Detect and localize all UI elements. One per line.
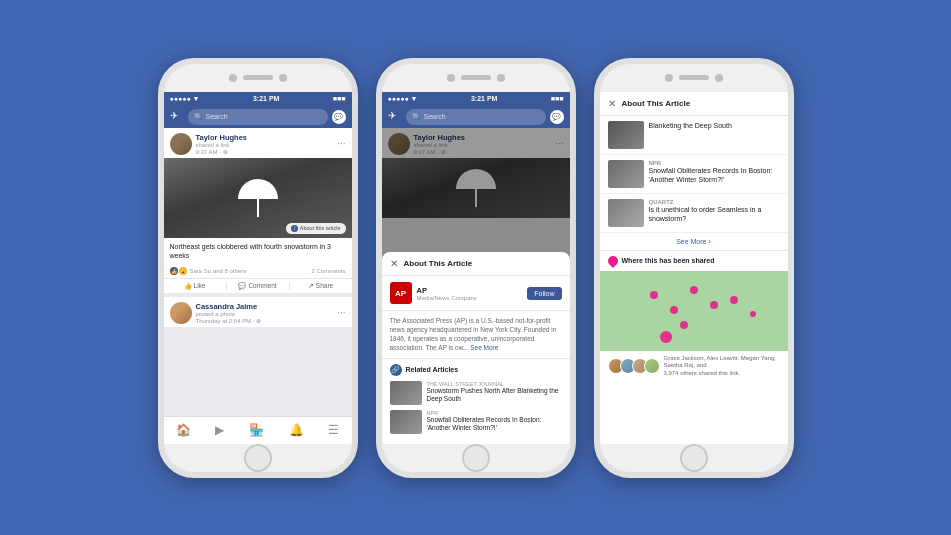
umbrella-top-left	[238, 179, 278, 199]
see-more-label-right: See More	[676, 238, 706, 245]
article-thumb-1-right	[608, 121, 644, 149]
pub-name-middle: AP	[417, 286, 523, 295]
article-thumb-3-right	[608, 199, 644, 227]
where-shared-label-right: Where this has been shared	[622, 257, 715, 264]
messenger-icon-middle[interactable]: 💬	[550, 110, 564, 124]
related-title-middle: 🔗 Related Articles	[390, 364, 562, 376]
modal-see-more-middle[interactable]: See More	[470, 344, 498, 351]
phone-right: ✕ About This Article Blanketing the Deep…	[594, 58, 794, 478]
home-button-right[interactable]	[680, 444, 708, 472]
search-icon-middle: 🔍	[412, 113, 421, 121]
umbrella-left	[238, 179, 278, 217]
map-dot-3	[690, 286, 698, 294]
phone-bottom-middle	[382, 444, 570, 472]
speaker-mid	[461, 75, 491, 80]
battery-left: ■■■	[333, 95, 346, 102]
search-placeholder-middle: Search	[424, 113, 446, 120]
modal-desc-middle: The Associated Press (AP) is a U.S.-base…	[382, 311, 570, 358]
camera-left	[229, 74, 237, 82]
article-item-2-right[interactable]: NPR Snowfall Obliterates Records In Bost…	[600, 155, 788, 194]
related-meta-1-middle: THE WALL STREET JOURNAL Snowstorm Pushes…	[427, 381, 562, 404]
article-list-right: Blanketing the Deep South NPR Snowfall O…	[600, 116, 788, 444]
article-info-2-right: NPR Snowfall Obliterates Records In Bost…	[649, 160, 780, 184]
about-panel-right: ✕ About This Article Blanketing the Deep…	[600, 92, 788, 444]
where-shared-right: Where this has been shared	[600, 251, 788, 271]
article-item-3-right[interactable]: QUARTZ Is it unethical to order Seamless…	[600, 194, 788, 233]
modal-close-middle[interactable]: ✕	[390, 258, 398, 269]
shared-count: 3,974 others shared this link.	[664, 370, 741, 376]
carrier-middle: ●●●●● ▼	[388, 95, 418, 102]
avatar-taylor-left	[170, 133, 192, 155]
share-btn-left[interactable]: ↗ Share	[290, 282, 352, 290]
home-button-left[interactable]	[244, 444, 272, 472]
time-middle: 3:21 PM	[471, 95, 497, 102]
article-info-3-right: QUARTZ Is it unethical to order Seamless…	[649, 199, 780, 223]
status-bar-middle: ●●●●● ▼ 3:21 PM ■■■	[382, 92, 570, 106]
fb-search-left[interactable]: 🔍 Search	[188, 109, 328, 125]
battery-middle: ■■■	[551, 95, 564, 102]
follow-btn-middle[interactable]: Follow	[527, 287, 561, 300]
post-card-left: Taylor Hughes shared a link 9:37 AM · ⊕ …	[164, 128, 352, 293]
shared-avatars-right	[608, 358, 660, 374]
see-more-row-right[interactable]: See More ›	[600, 233, 788, 251]
nav-menu-icon-left[interactable]: ☰	[328, 423, 339, 437]
map-dot-1	[650, 291, 658, 299]
nav-video-icon-left[interactable]: ▶	[215, 423, 224, 437]
article-item-1-right[interactable]: Blanketing the Deep South	[600, 116, 788, 155]
phone-top-middle	[382, 64, 570, 92]
phone-bottom-right	[600, 444, 788, 472]
comment-icon-left: 💬	[238, 282, 246, 290]
fb-search-middle[interactable]: 🔍 Search	[406, 109, 546, 125]
nav-bell-icon-left[interactable]: 🔔	[289, 423, 304, 437]
about-article-badge-left[interactable]: i About this article	[286, 223, 346, 234]
like-btn-left[interactable]: 👍 Like	[164, 282, 226, 290]
about-badge-label-left: About this article	[300, 225, 341, 231]
post-dots-left[interactable]: ···	[337, 139, 345, 149]
home-button-middle[interactable]	[462, 444, 490, 472]
fb-navbar-left: ✈ 🔍 Search 💬	[164, 106, 352, 128]
bottom-nav-left: 🏠 ▶ 🏪 🔔 ☰	[164, 416, 352, 444]
post-meta-left: Taylor Hughes shared a link 9:37 AM · ⊕	[196, 133, 334, 155]
post-image-left: i About this article	[164, 158, 352, 238]
modal-header-middle: ✕ About This Article	[382, 252, 570, 276]
phones-container: ●●●●● ▼ 3:21 PM ■■■ ✈ 🔍 Search 💬 Taylor …	[138, 38, 814, 498]
comment-btn-left[interactable]: 💬 Comment	[227, 282, 289, 290]
shared-by-right: Grace Jackson, Alex Leavitt, Megan Yang,…	[600, 351, 788, 382]
phone-left: ●●●●● ▼ 3:21 PM ■■■ ✈ 🔍 Search 💬 Taylor …	[158, 58, 358, 478]
modal-related-middle: 🔗 Related Articles THE WALL STREET JOURN…	[382, 359, 570, 444]
related-title-text-middle: Related Articles	[406, 366, 459, 373]
article-headline-3-right: Is it unethical to order Seamless in a s…	[649, 205, 780, 223]
feed-middle: Taylor Hughes shared a link 9:37 AM · ⊕ …	[382, 128, 570, 444]
shared-avatar-4	[644, 358, 660, 374]
share-icon-left: ↗	[308, 282, 314, 290]
map-dot-7	[660, 331, 672, 343]
post-dots2-left[interactable]: ···	[337, 308, 345, 318]
related-headline-1-middle: Snowstorm Pushes North After Blanketing …	[427, 387, 562, 404]
carrier-left: ●●●●● ▼	[170, 95, 200, 102]
post-text-left: Northeast gets clobbered with fourth sno…	[164, 238, 352, 264]
like-icon-left: 👍	[184, 282, 192, 290]
related-thumb-2-middle	[390, 410, 422, 434]
search-icon-left: 🔍	[194, 113, 203, 121]
related-item-2-middle[interactable]: NPR Snowfall Obliterates Records In Bost…	[390, 410, 562, 434]
map-area-right	[600, 271, 788, 351]
post-time2-left: Thursday at 2:04 PM · ⊕	[196, 317, 334, 324]
nav-home-icon-left[interactable]: 🏠	[176, 423, 191, 437]
post-meta2-left: Cassandra Jaime posted a photo Thursday …	[196, 302, 334, 324]
post-card2-left: Cassandra Jaime posted a photo Thursday …	[164, 297, 352, 327]
reaction-thumb-left: 👍	[170, 267, 178, 275]
pub-info-middle: AP Media/News Company	[417, 286, 523, 301]
article-info-1-right: Blanketing the Deep South	[649, 121, 780, 130]
messenger-icon-left[interactable]: 💬	[332, 110, 346, 124]
shared-by-names: Grace Jackson, Alex Leavitt, Megan Yang,…	[664, 355, 777, 369]
nav-store-icon-left[interactable]: 🏪	[249, 423, 264, 437]
about-close-right[interactable]: ✕	[608, 98, 616, 109]
about-header-right: ✕ About This Article	[600, 92, 788, 116]
camera-left-mid	[447, 74, 455, 82]
related-item-1-middle[interactable]: THE WALL STREET JOURNAL Snowstorm Pushes…	[390, 381, 562, 405]
fb-navbar-middle: ✈ 🔍 Search 💬	[382, 106, 570, 128]
modal-title-middle: About This Article	[404, 259, 473, 268]
modal-sheet-middle: ✕ About This Article AP AP Media/News Co…	[382, 252, 570, 443]
avatar-cassandra-left	[170, 302, 192, 324]
phone-bottom-left	[164, 444, 352, 472]
